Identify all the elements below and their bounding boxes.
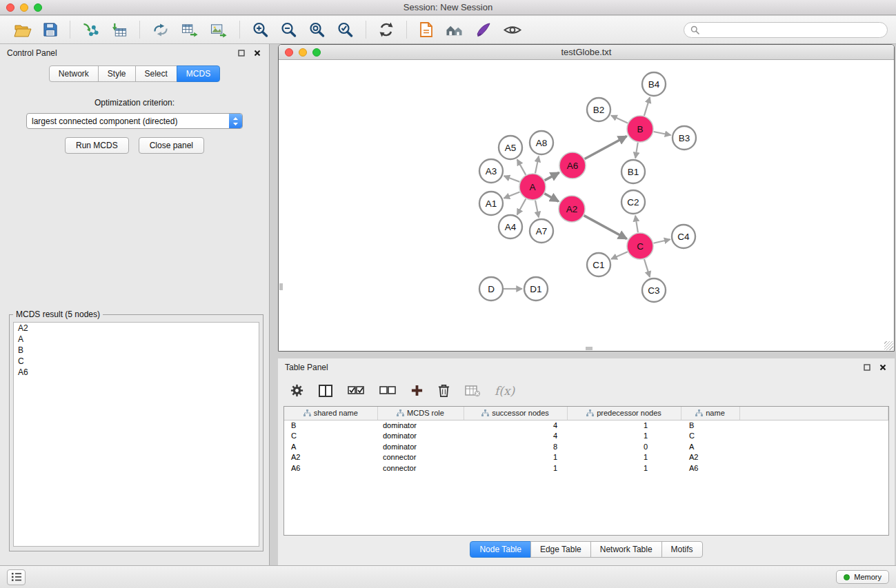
- tab-network[interactable]: Network: [49, 65, 99, 82]
- graph-edge-A-A7[interactable]: [535, 201, 539, 218]
- vertical-scroll-indicator[interactable]: [279, 283, 283, 290]
- result-item[interactable]: A2: [14, 323, 259, 334]
- graph-edge-C-C4[interactable]: [654, 239, 670, 243]
- table-cell[interactable]: B: [284, 420, 377, 431]
- graph-node-D1[interactable]: D1: [524, 277, 548, 301]
- table-cell[interactable]: A2: [284, 452, 377, 463]
- table-cell[interactable]: 4: [464, 420, 567, 431]
- graph-edge-A-A6[interactable]: [545, 172, 559, 180]
- open-session-button[interactable]: [12, 21, 33, 39]
- table-cell[interactable]: 1: [567, 463, 681, 474]
- command-panel-button[interactable]: [417, 20, 435, 39]
- table-cell[interactable]: 1: [464, 452, 567, 463]
- mcds-result-list[interactable]: A2ABCA6: [13, 322, 259, 547]
- graph-node-A1[interactable]: A1: [479, 192, 503, 215]
- show-panels-button[interactable]: [7, 569, 26, 585]
- table-row[interactable]: Cdominator41C: [284, 431, 888, 442]
- graph-node-A8[interactable]: A8: [530, 131, 553, 154]
- table-cell[interactable]: 1: [567, 420, 681, 431]
- result-item[interactable]: B: [14, 345, 259, 356]
- graph-node-A6[interactable]: A6: [559, 152, 586, 179]
- graph-node-A7[interactable]: A7: [530, 219, 553, 243]
- create-column-button[interactable]: [408, 382, 426, 399]
- search-box[interactable]: [684, 22, 888, 38]
- table-row[interactable]: A2connector11A2: [284, 452, 888, 463]
- horizontal-scroll-indicator[interactable]: [586, 347, 593, 350]
- delete-table-button[interactable]: [462, 382, 483, 400]
- import-network-button[interactable]: [81, 21, 101, 39]
- table-cell[interactable]: 4: [464, 431, 567, 442]
- graph-edge-A6-B[interactable]: [585, 136, 627, 159]
- tab-edge-table[interactable]: Edge Table: [530, 541, 591, 558]
- tab-network-table[interactable]: Network Table: [590, 541, 662, 558]
- tab-motifs[interactable]: Motifs: [661, 541, 703, 558]
- graph-edge-A2-C[interactable]: [584, 216, 627, 239]
- table-cell[interactable]: A6: [284, 463, 377, 474]
- column-header-successor-nodes[interactable]: successor nodes: [464, 407, 567, 420]
- tab-node-table[interactable]: Node Table: [470, 541, 531, 558]
- graph-node-B2[interactable]: B2: [587, 98, 610, 121]
- table-cell[interactable]: 1: [567, 431, 681, 442]
- table-cell[interactable]: 8: [464, 442, 567, 453]
- graph-node-C4[interactable]: C4: [672, 225, 695, 248]
- function-builder-button[interactable]: f(x): [492, 382, 517, 400]
- graph-node-A[interactable]: A: [519, 174, 546, 200]
- tab-mcds[interactable]: MCDS: [177, 65, 220, 82]
- graph-node-D[interactable]: D: [479, 277, 503, 301]
- graph-edge-A-A2[interactable]: [544, 194, 558, 201]
- graph-edge-A-A5[interactable]: [517, 159, 526, 174]
- zoom-out-button[interactable]: [279, 20, 299, 40]
- zoom-in-button[interactable]: [250, 20, 270, 40]
- optimization-criterion-dropdown[interactable]: largest connected component (directed): [26, 113, 243, 129]
- graph-node-A3[interactable]: A3: [479, 159, 503, 183]
- graph-node-B3[interactable]: B3: [673, 126, 696, 150]
- float-table-panel-button[interactable]: [862, 363, 872, 372]
- graph-edge-B-B2[interactable]: [611, 116, 628, 123]
- table-cell[interactable]: dominator: [377, 442, 464, 453]
- graph-node-B1[interactable]: B1: [621, 160, 645, 183]
- result-item[interactable]: A6: [14, 367, 259, 378]
- network-close-button[interactable]: [285, 48, 293, 57]
- table-row[interactable]: A6connector11A6: [284, 463, 888, 474]
- result-item[interactable]: C: [14, 356, 259, 367]
- search-input[interactable]: [703, 24, 881, 35]
- tab-select[interactable]: Select: [135, 65, 177, 82]
- graph-node-C1[interactable]: C1: [587, 253, 610, 276]
- table-cell[interactable]: 1: [464, 463, 567, 474]
- graph-edge-C-C2[interactable]: [635, 216, 638, 232]
- table-mode-button[interactable]: [288, 381, 306, 400]
- table-cell[interactable]: A2: [681, 452, 739, 463]
- graph-node-A4[interactable]: A4: [499, 215, 522, 239]
- zoom-window-button[interactable]: [34, 3, 42, 12]
- graph-node-B4[interactable]: B4: [642, 72, 666, 96]
- graph-node-B[interactable]: B: [627, 116, 653, 142]
- memory-button[interactable]: Memory: [836, 570, 889, 584]
- network-minimize-button[interactable]: [299, 48, 307, 57]
- close-panel-button[interactable]: [252, 48, 262, 58]
- delete-columns-button[interactable]: [435, 381, 452, 400]
- graph-node-C[interactable]: C: [627, 233, 653, 259]
- graph-edge-A-A4[interactable]: [517, 199, 526, 215]
- table-cell[interactable]: 1: [567, 452, 681, 463]
- show-columns-button[interactable]: [316, 382, 335, 400]
- table-cell[interactable]: connector: [377, 463, 464, 474]
- minimize-window-button[interactable]: [20, 3, 28, 12]
- birdseye-view-button[interactable]: [444, 21, 466, 39]
- table-cell[interactable]: A: [284, 442, 377, 453]
- graph-edge-C-C3[interactable]: [644, 259, 650, 277]
- network-canvas[interactable]: B4B2BB3A8A5A6A3B1AC2A1A2A4A7C4CC1C3DD1: [279, 60, 894, 351]
- run-mcds-button[interactable]: Run MCDS: [65, 137, 129, 154]
- select-all-button[interactable]: [345, 382, 367, 400]
- graph-node-A2[interactable]: A2: [559, 196, 585, 222]
- deselect-all-button[interactable]: [377, 382, 399, 400]
- zoom-selected-button[interactable]: [335, 20, 355, 40]
- import-table-button[interactable]: [110, 21, 129, 39]
- resize-grip[interactable]: [884, 341, 893, 350]
- style-tool-button[interactable]: [474, 20, 493, 39]
- save-session-button[interactable]: [41, 21, 59, 39]
- column-header-predecessor-nodes[interactable]: predecessor nodes: [567, 407, 681, 420]
- table-cell[interactable]: B: [681, 420, 739, 431]
- export-image-button[interactable]: [208, 21, 229, 39]
- table-cell[interactable]: dominator: [377, 431, 464, 442]
- graph-edge-A-A8[interactable]: [535, 156, 539, 174]
